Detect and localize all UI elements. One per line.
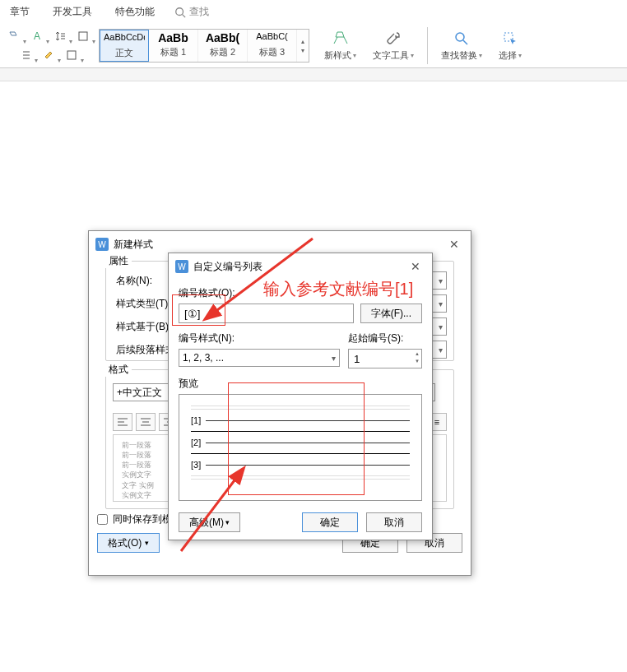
close-button-numlist[interactable]: ✕ (406, 258, 425, 275)
style-item-heading1[interactable]: AaBb 标题 1 (149, 30, 198, 62)
font-button[interactable]: 字体(F)... (360, 304, 422, 323)
format-paint-button[interactable] (5, 27, 23, 45)
cursor-select-icon (502, 30, 518, 47)
border-button2[interactable] (63, 46, 81, 64)
dialog-title: 新建样式 (114, 238, 153, 252)
ribbon-tab-special[interactable]: 特色功能 (112, 3, 158, 21)
border-button1[interactable] (74, 27, 92, 45)
search-icon (174, 7, 186, 18)
font-a-button[interactable]: A (28, 27, 46, 45)
style-item-normal[interactable]: AaBbCcDd 正文 (100, 30, 149, 62)
new-style-icon (332, 30, 349, 47)
start-number-label: 起始编号(S): (348, 331, 422, 345)
format-dropdown-button[interactable]: 格式(O) ▾ (97, 533, 160, 553)
ok-button-numlist[interactable]: 确定 (302, 512, 358, 532)
save-to-template-checkbox[interactable] (97, 514, 108, 525)
number-style-label: 编号样式(N): (179, 331, 340, 345)
save-checkbox-label: 同时保存到模 (113, 512, 172, 526)
svg-rect-9 (67, 51, 76, 59)
magnifier-icon (453, 30, 470, 47)
ribbon-tab-section[interactable]: 章节 (7, 3, 33, 21)
find-replace-button[interactable]: 查找替换▾ (433, 28, 490, 63)
svg-rect-5 (79, 32, 87, 40)
start-number-input[interactable] (348, 349, 422, 368)
wrench-icon (385, 30, 402, 47)
advanced-button[interactable]: 高级(M) ▾ (179, 512, 240, 532)
svg-point-10 (456, 33, 464, 41)
ribbon-tab-devtools[interactable]: 开发工具 (49, 3, 95, 21)
annotation-text: 输入参考文献编号[1] (263, 278, 413, 300)
style-item-heading2[interactable]: AaBb( 标题 2 (198, 30, 248, 62)
section-format-label: 格式 (105, 363, 132, 377)
search-box[interactable]: 查找 (174, 5, 209, 19)
close-button[interactable]: ✕ (444, 236, 464, 253)
align-center-button[interactable] (136, 413, 156, 431)
ribbon-content: A AaBbCcDd 正文 AaBb 标题 1 AaBb( 标题 2 (0, 24, 627, 68)
svg-line-1 (183, 14, 186, 17)
style-item-heading3[interactable]: AaBbC( 标题 3 (248, 30, 297, 62)
search-placeholder: 查找 (189, 5, 209, 19)
highlight-button[interactable] (39, 46, 58, 64)
svg-point-0 (176, 7, 183, 15)
preview-label: 预览 (179, 377, 422, 391)
list-button[interactable] (16, 46, 35, 64)
dialog-title-numlist: 自定义编号列表 (193, 260, 262, 274)
text-tools-button[interactable]: 文字工具▾ (365, 28, 422, 63)
document-background (0, 68, 627, 81)
new-style-button[interactable]: 新样式▾ (316, 28, 365, 63)
ribbon-tabs: 章节 开发工具 特色功能 查找 (0, 0, 627, 24)
styles-gallery: AaBbCcDd 正文 AaBb 标题 1 AaBb( 标题 2 AaBbC( … (99, 29, 309, 63)
number-preview-box: [1] [2] [3] (179, 394, 422, 501)
line-spacing-button[interactable] (51, 27, 69, 45)
app-icon: W (95, 238, 109, 251)
select-button[interactable]: 选择▾ (490, 28, 530, 63)
cancel-button-numlist[interactable]: 取消 (366, 512, 422, 532)
align-left-button[interactable] (113, 413, 132, 431)
number-style-select[interactable]: 1, 2, 3, ... (179, 349, 340, 367)
section-properties-label: 属性 (105, 254, 132, 268)
styles-dropdown[interactable]: ▴▾ (297, 30, 309, 62)
number-format-input[interactable] (179, 304, 354, 323)
app-icon: W (175, 260, 188, 273)
svg-line-11 (463, 40, 467, 44)
